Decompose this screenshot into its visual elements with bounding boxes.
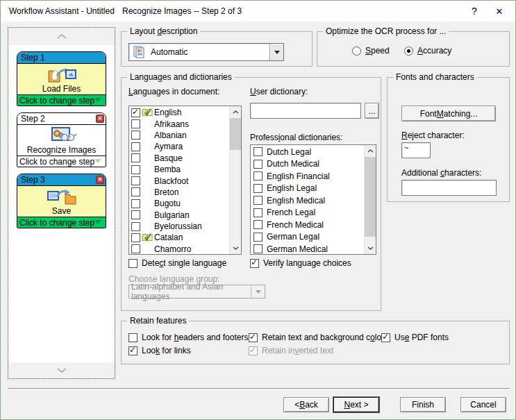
scroll-down-arrow-icon[interactable] (365, 242, 376, 254)
language-checkbox[interactable] (131, 176, 140, 185)
language-row[interactable]: Basque (129, 153, 229, 164)
language-group-combobox: Latin-alphabet and Asian languages (128, 285, 265, 299)
scrollbar-thumb[interactable] (365, 157, 376, 237)
step-2-close-button[interactable]: ✕ (96, 115, 104, 123)
dictionary-row[interactable]: English Medical (251, 194, 364, 207)
dictionary-checkbox[interactable] (253, 184, 263, 193)
language-row[interactable]: Bulgarian (129, 210, 229, 221)
language-row[interactable]: Byelorussian (129, 221, 229, 232)
dictionary-checkbox[interactable] (253, 208, 263, 217)
professional-dictionaries-listbox[interactable]: Dutch Legal Dutch Medical English Financ… (250, 144, 376, 255)
language-checkbox[interactable] (131, 222, 140, 231)
language-row[interactable]: Bemba (129, 164, 229, 175)
scroll-up-arrow-icon[interactable] (230, 106, 241, 118)
accuracy-radio[interactable]: Accuracy (404, 46, 451, 56)
dictionary-checkbox[interactable] (253, 147, 263, 156)
title-bar: Workflow Assistant - Untitled Recognize … (1, 1, 515, 22)
step-3-dropdown-arrow-icon (94, 220, 101, 224)
language-checkbox[interactable] (131, 199, 140, 208)
dictionary-checkbox[interactable] (253, 171, 263, 180)
language-checkbox[interactable] (131, 131, 140, 140)
step-3-body: Save (17, 186, 106, 217)
language-row[interactable]: Bugotu (129, 198, 229, 209)
dictionary-checkbox[interactable] (253, 196, 263, 205)
optimize-ocr-legend: Optimize the OCR process for ... (323, 26, 449, 36)
dictionary-row[interactable]: English Financial (251, 170, 364, 183)
step-2-dropdown-arrow-icon (94, 159, 101, 163)
next-button[interactable]: Next > (333, 397, 379, 412)
back-button[interactable]: < Back (283, 397, 329, 412)
use-pdf-fonts-checkbox[interactable]: Use PDF fonts (381, 333, 449, 342)
dictionary-row[interactable]: Dutch Medical (251, 158, 364, 171)
step-2-change[interactable]: Click to change step (17, 156, 106, 167)
step-1-load-files[interactable]: Step 1 Load Files Click to change step (17, 51, 106, 106)
step-1-change[interactable]: Click to change step (17, 94, 106, 106)
step-3-change[interactable]: Click to change step (17, 217, 106, 228)
language-row[interactable]: Catalan (129, 232, 229, 243)
close-window-button[interactable]: ✕ (488, 1, 510, 22)
language-checkbox[interactable] (131, 210, 140, 219)
scroll-up-arrow-icon[interactable] (365, 145, 376, 157)
dictionary-checkbox[interactable] (253, 160, 263, 169)
language-row[interactable]: Aymara (129, 141, 229, 152)
dictionary-row[interactable]: German Legal (251, 231, 364, 244)
steps-scroll-down[interactable] (8, 362, 115, 378)
dictionary-checkbox[interactable] (253, 244, 263, 253)
dictionary-row[interactable]: Dutch Legal (251, 146, 364, 158)
help-button[interactable]: ? (463, 1, 485, 22)
language-checkbox[interactable] (131, 108, 140, 117)
dictionary-row[interactable]: German Medical (251, 243, 364, 255)
look-for-headers-footers-checkbox[interactable]: Look for headers and footers (128, 333, 248, 342)
dictionary-row[interactable]: French Legal (251, 207, 364, 219)
languages-in-document-label: Languages in document: (128, 87, 219, 96)
language-checkbox[interactable] (131, 142, 140, 151)
language-checkbox[interactable] (131, 233, 140, 242)
dictionary-checkbox[interactable] (253, 233, 263, 242)
languages-scrollbar[interactable] (229, 106, 241, 254)
step-3-save[interactable]: Step 3 ✕ Save Click to change step (17, 174, 106, 228)
step-2-recognize-images[interactable]: Step 2 ✕ Recognize Images Click (17, 112, 106, 167)
layout-description-combobox[interactable]: Automatic (128, 43, 284, 61)
speed-radio-circle[interactable] (352, 47, 361, 56)
verify-language-choices-checkbox[interactable]: Verify language choices (250, 258, 351, 268)
steps-scroll-up[interactable] (8, 28, 115, 45)
step-3-close-button[interactable]: ✕ (96, 176, 104, 184)
retain-text-background-color-checkbox[interactable]: Retain text and background color (249, 333, 384, 342)
language-checkbox[interactable] (131, 119, 140, 128)
scrollbar-thumb[interactable] (230, 118, 241, 150)
dictionary-row[interactable]: English Legal (251, 183, 364, 195)
layout-dropdown-button[interactable] (269, 44, 283, 60)
browse-user-dictionary-button[interactable]: ... (365, 103, 379, 119)
language-checkbox[interactable] (131, 244, 140, 253)
language-row[interactable]: English (129, 107, 229, 118)
workflow-assistant-dialog: Workflow Assistant - Untitled Recognize … (0, 0, 516, 420)
scroll-down-arrow-icon[interactable] (230, 242, 241, 254)
detect-single-language-checkbox[interactable]: Detect single language (128, 258, 226, 268)
dictionaries-scrollbar[interactable] (364, 145, 376, 254)
workflow-steps-panel: Step 1 Load Files Click to change step (8, 27, 115, 379)
user-dictionary-field[interactable] (250, 103, 361, 119)
language-row[interactable]: Blackfoot (129, 175, 229, 186)
language-checkbox[interactable] (131, 187, 140, 196)
additional-characters-field[interactable] (401, 180, 497, 196)
speed-radio[interactable]: Speed (352, 46, 390, 56)
language-row[interactable]: Breton (129, 187, 229, 198)
language-row[interactable]: Afrikaans (129, 118, 229, 129)
language-row[interactable]: Albanian (129, 130, 229, 141)
language-checkbox[interactable] (131, 165, 140, 174)
chevron-down-icon (57, 368, 67, 373)
font-matching-button[interactable]: Font Matching... (401, 106, 496, 121)
language-row[interactable]: Chamorro (129, 244, 229, 255)
dictionary-row[interactable]: French Medical (251, 219, 364, 231)
languages-listbox[interactable]: English Afrikaans Albanian Aymara Basque… (128, 106, 242, 255)
footer-divider (8, 388, 510, 389)
finish-button[interactable]: Finish (400, 397, 446, 412)
layout-description-value: Automatic (145, 47, 269, 57)
reject-character-label: Reject character: (401, 131, 465, 140)
reject-character-field[interactable]: ~ (401, 142, 431, 158)
look-for-links-checkbox[interactable]: Look for links (128, 346, 191, 355)
cancel-button[interactable]: Cancel (460, 397, 506, 412)
accuracy-radio-circle[interactable] (404, 47, 413, 56)
dictionary-checkbox[interactable] (253, 220, 263, 229)
language-checkbox[interactable] (131, 153, 140, 162)
